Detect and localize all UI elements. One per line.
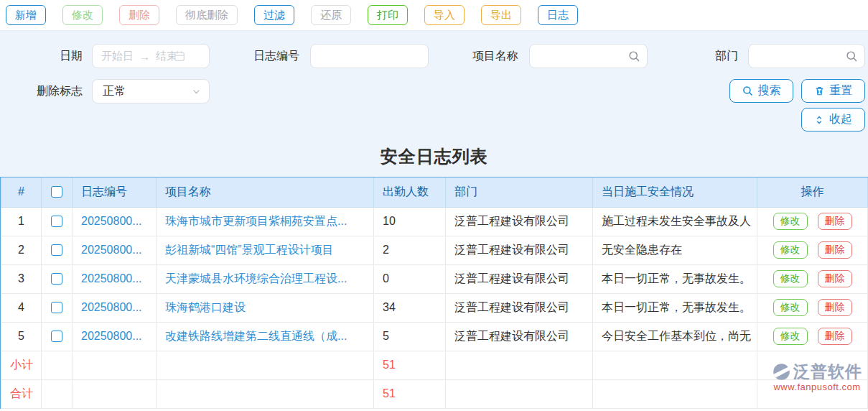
project-cell: 天津蒙城县水环境综合治理工程设... bbox=[157, 264, 374, 293]
log-no-cell: 20250800... bbox=[73, 322, 157, 351]
log-table: # 日志编号 项目名称 出勤人数 部门 当日施工安全情况 操作 1 202508… bbox=[1, 177, 868, 409]
delete-button[interactable]: 删除 bbox=[119, 5, 159, 25]
header-dept: 部门 bbox=[446, 177, 593, 207]
row-checkbox[interactable] bbox=[51, 302, 62, 313]
header-safety: 当日施工安全情况 bbox=[593, 177, 757, 207]
subtotal-row: 小计 51 bbox=[1, 351, 868, 379]
title-band: 安全日志列表 bbox=[0, 136, 868, 177]
row-checkbox[interactable] bbox=[51, 331, 62, 342]
row-index: 5 bbox=[1, 322, 42, 351]
row-checkbox[interactable] bbox=[51, 273, 62, 285]
date-filter-label: 日期 bbox=[39, 44, 83, 68]
header-checkbox-cell bbox=[42, 177, 73, 207]
project-link[interactable]: 改建铁路线增建第二线直通线（成... bbox=[165, 330, 347, 342]
subtotal-label: 小计 bbox=[1, 351, 42, 379]
attendance-cell: 34 bbox=[374, 293, 446, 322]
project-link[interactable]: 彭祖新城“四馆”景观工程设计项目 bbox=[165, 244, 334, 256]
row-delete-button[interactable]: 删除 bbox=[818, 241, 852, 259]
project-cell: 彭祖新城“四馆”景观工程设计项目 bbox=[157, 236, 374, 264]
search-button-label: 搜索 bbox=[758, 83, 781, 98]
total-row: 合计 51 bbox=[1, 379, 868, 408]
search-icon[interactable] bbox=[846, 50, 858, 63]
search-button[interactable]: 搜索 bbox=[729, 79, 793, 103]
reset-button-label: 重置 bbox=[830, 83, 853, 98]
header-attendance: 出勤人数 bbox=[374, 177, 446, 207]
delete-flag-label: 删除标志 bbox=[20, 79, 83, 103]
actions-cell: 修改删除 bbox=[757, 293, 868, 322]
row-delete-button[interactable]: 删除 bbox=[818, 299, 852, 316]
row-edit-button[interactable]: 修改 bbox=[773, 299, 808, 316]
table-row: 3 20250800... 天津蒙城县水环境综合治理工程设... 0 泛普工程建… bbox=[1, 264, 868, 293]
row-delete-button[interactable]: 删除 bbox=[818, 328, 852, 345]
row-checkbox-cell bbox=[42, 236, 73, 264]
table-row: 4 20250800... 珠海鹤港口建设 34 泛普工程建设有限公司 本日一切… bbox=[1, 293, 868, 322]
header-actions: 操作 bbox=[757, 177, 868, 207]
edit-button[interactable]: 修改 bbox=[62, 5, 103, 25]
safety-cell: 本日一切正常，无事故发生。 bbox=[593, 264, 757, 293]
logno-input[interactable] bbox=[311, 45, 428, 68]
empty-cell bbox=[593, 379, 757, 408]
empty-cell bbox=[73, 351, 157, 379]
project-link[interactable]: 珠海鹤港口建设 bbox=[165, 301, 246, 313]
table-header-row: # 日志编号 项目名称 出勤人数 部门 当日施工安全情况 操作 bbox=[1, 177, 868, 207]
log-no-link[interactable]: 20250800... bbox=[81, 272, 142, 285]
project-filter-label: 项目名称 bbox=[459, 44, 518, 68]
row-edit-button[interactable]: 修改 bbox=[773, 270, 808, 287]
total-attendance: 51 bbox=[374, 379, 446, 408]
row-checkbox-cell bbox=[42, 264, 73, 293]
filter-panel: 日期 开始日 → 结束 日志编号 项目名称 部门 删除标志 正常 搜索 bbox=[0, 30, 868, 136]
empty-cell bbox=[73, 379, 157, 408]
dept-cell: 泛普工程建设有限公司 bbox=[446, 293, 593, 322]
import-button[interactable]: 导入 bbox=[424, 5, 465, 25]
safety-cell: 今日安全工作基本到位，尚无 bbox=[593, 322, 757, 351]
add-button[interactable]: 新增 bbox=[6, 5, 46, 25]
log-button[interactable]: 日志 bbox=[538, 5, 578, 25]
page-title: 安全日志列表 bbox=[381, 145, 488, 168]
delete-flag-select[interactable]: 正常 bbox=[92, 79, 210, 103]
empty-cell bbox=[593, 351, 757, 379]
filter-button[interactable]: 过滤 bbox=[254, 5, 294, 25]
log-no-cell: 20250800... bbox=[73, 207, 157, 236]
table-row: 5 20250800... 改建铁路线增建第二线直通线（成... 5 泛普工程建… bbox=[1, 322, 868, 351]
reset-button[interactable]: 重置 bbox=[801, 79, 865, 103]
search-icon[interactable] bbox=[628, 50, 640, 63]
project-link[interactable]: 天津蒙城县水环境综合治理工程设... bbox=[165, 272, 347, 285]
date-range-input[interactable]: 开始日 → 结束 bbox=[92, 44, 210, 68]
project-link[interactable]: 珠海市城市更新项目紫桐苑安置点... bbox=[165, 215, 347, 227]
empty-cell bbox=[157, 379, 374, 408]
dept-input-box bbox=[748, 44, 865, 68]
log-no-link[interactable]: 20250800... bbox=[81, 330, 142, 342]
total-label: 合计 bbox=[1, 379, 42, 408]
row-edit-button[interactable]: 修改 bbox=[773, 213, 808, 230]
row-delete-button[interactable]: 删除 bbox=[818, 213, 852, 230]
row-edit-button[interactable]: 修改 bbox=[773, 328, 808, 345]
row-checkbox[interactable] bbox=[51, 244, 62, 256]
restore-button[interactable]: 还原 bbox=[311, 5, 351, 25]
row-index: 4 bbox=[1, 293, 42, 322]
arrow-right-icon: → bbox=[139, 50, 150, 63]
row-index: 2 bbox=[1, 236, 42, 264]
log-no-link[interactable]: 20250800... bbox=[81, 244, 142, 256]
project-cell: 珠海市城市更新项目紫桐苑安置点... bbox=[157, 207, 374, 236]
log-no-link[interactable]: 20250800... bbox=[81, 215, 142, 227]
collapse-button[interactable]: 收起 bbox=[801, 108, 865, 131]
row-edit-button[interactable]: 修改 bbox=[773, 241, 808, 259]
search-icon bbox=[742, 86, 753, 96]
subtotal-attendance: 51 bbox=[374, 351, 446, 379]
row-delete-button[interactable]: 删除 bbox=[818, 270, 852, 287]
export-button[interactable]: 导出 bbox=[481, 5, 521, 25]
row-checkbox-cell bbox=[42, 293, 73, 322]
purge-button[interactable]: 彻底删除 bbox=[176, 5, 238, 25]
select-all-checkbox[interactable] bbox=[51, 186, 62, 198]
collapse-icon bbox=[814, 115, 824, 125]
delete-flag-value: 正常 bbox=[103, 84, 126, 99]
calendar-icon bbox=[173, 50, 186, 63]
log-no-link[interactable]: 20250800... bbox=[81, 301, 142, 313]
print-button[interactable]: 打印 bbox=[368, 5, 408, 25]
log-no-cell: 20250800... bbox=[73, 264, 157, 293]
header-project: 项目名称 bbox=[157, 177, 374, 207]
table-row: 2 20250800... 彭祖新城“四馆”景观工程设计项目 2 泛普工程建设有… bbox=[1, 236, 868, 264]
row-checkbox[interactable] bbox=[51, 216, 62, 227]
attendance-cell: 5 bbox=[374, 322, 446, 351]
logno-input-box bbox=[310, 44, 429, 68]
